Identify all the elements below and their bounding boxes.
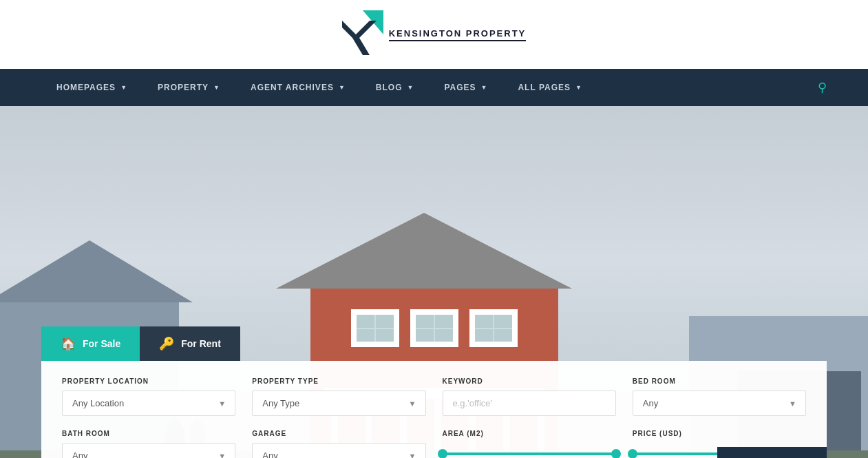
form-group-garage: GARAGE Any 1 2 3+ ▼: [252, 430, 425, 458]
nav-item-homepages[interactable]: HOMEPAGES ▼: [41, 70, 142, 105]
form-group-type: PROPERTY TYPE Any Type House Apartment V…: [252, 377, 425, 416]
logo-bar: KENSINGTON PROPERTY: [0, 0, 868, 69]
nav-label-blog: BLOG: [376, 83, 403, 92]
form-group-area: AREA (M2) 0 1,500: [443, 430, 616, 458]
tab-for-sale[interactable]: 🏠 For Sale: [41, 326, 140, 361]
label-property-type: PROPERTY TYPE: [252, 377, 425, 385]
area-slider-thumb-max[interactable]: [611, 449, 621, 458]
logo-icon: [342, 10, 383, 59]
search-button[interactable]: SEARCH: [717, 447, 827, 458]
search-tabs: 🏠 For Sale 🔑 For Rent: [41, 326, 827, 361]
chevron-down-icon: ▼: [120, 84, 127, 91]
area-slider-track: [443, 452, 616, 455]
search-btn-container: SEARCH: [717, 447, 827, 458]
search-icon[interactable]: ⚲: [818, 80, 827, 95]
property-location-select[interactable]: Any Location New York Los Angeles Chicag…: [62, 391, 235, 416]
chevron-down-icon: ▼: [339, 84, 346, 91]
svg-marker-2: [352, 21, 377, 55]
property-location-wrapper: Any Location New York Los Angeles Chicag…: [62, 391, 235, 416]
chevron-down-icon: ▼: [407, 84, 414, 91]
label-bedroom: BED ROOM: [633, 377, 806, 385]
bedroom-wrapper: Any 1 2 3 4 5+ ▼: [633, 391, 806, 416]
form-group-bedroom: BED ROOM Any 1 2 3 4 5+ ▼: [633, 377, 806, 416]
logo-container: KENSINGTON PROPERTY: [342, 10, 527, 59]
label-area: AREA (M2): [443, 430, 616, 437]
label-price: PRICE (USD): [633, 430, 806, 437]
hero-section: 🏠 For Sale 🔑 For Rent PROPERTY LOCATION …: [0, 106, 868, 458]
tab-for-sale-label: For Sale: [83, 338, 120, 349]
nav-item-all-pages[interactable]: ALL PAGES ▼: [502, 70, 597, 105]
property-type-wrapper: Any Type House Apartment Villa Studio ▼: [252, 391, 425, 416]
bathroom-select[interactable]: Any 1 2 3 4+: [62, 443, 235, 458]
keyword-input[interactable]: [443, 391, 616, 416]
nav-label-pages: PAGES: [444, 83, 476, 92]
label-bathroom: BATH ROOM: [62, 430, 235, 437]
form-group-bathroom: BATH ROOM Any 1 2 3 4+ ▼: [62, 430, 235, 458]
label-keyword: KEYWORD: [443, 377, 616, 385]
property-type-select[interactable]: Any Type House Apartment Villa Studio: [252, 391, 425, 416]
nav-item-agent-archives[interactable]: AGENT ARCHIVES ▼: [235, 70, 361, 105]
label-garage: GARAGE: [252, 430, 425, 437]
nav-items: HOMEPAGES ▼ PROPERTY ▼ AGENT ARCHIVES ▼ …: [41, 70, 818, 105]
chevron-down-icon: ▼: [213, 84, 220, 91]
tab-for-rent-label: For Rent: [181, 338, 221, 349]
form-group-location: PROPERTY LOCATION Any Location New York …: [62, 377, 235, 416]
nav-label-agent-archives: AGENT ARCHIVES: [251, 83, 334, 92]
form-group-keyword: KEYWORD: [443, 377, 616, 416]
search-form: PROPERTY LOCATION Any Location New York …: [41, 361, 827, 458]
chevron-down-icon: ▼: [575, 84, 582, 91]
garage-wrapper: Any 1 2 3+ ▼: [252, 443, 425, 458]
chevron-down-icon: ▼: [481, 84, 488, 91]
for-sale-icon: 🏠: [61, 336, 76, 351]
nav-item-property[interactable]: PROPERTY ▼: [142, 70, 235, 105]
search-overlay: 🏠 For Sale 🔑 For Rent PROPERTY LOCATION …: [41, 326, 827, 458]
nav-label-all-pages: ALL PAGES: [518, 83, 571, 92]
bathroom-wrapper: Any 1 2 3 4+ ▼: [62, 443, 235, 458]
garage-select[interactable]: Any 1 2 3+: [252, 443, 425, 458]
tab-for-rent[interactable]: 🔑 For Rent: [140, 326, 240, 361]
area-slider-thumb-min[interactable]: [438, 449, 447, 458]
label-property-location: PROPERTY LOCATION: [62, 377, 235, 385]
nav-item-pages[interactable]: PAGES ▼: [429, 70, 502, 105]
logo-brand: KENSINGTON PROPERTY: [389, 28, 527, 41]
nav-label-homepages: HOMEPAGES: [56, 83, 116, 92]
for-rent-icon: 🔑: [159, 336, 174, 351]
bedroom-select[interactable]: Any 1 2 3 4 5+: [633, 391, 806, 416]
nav-item-blog[interactable]: BLOG ▼: [361, 70, 430, 105]
price-slider-thumb-min[interactable]: [628, 449, 637, 458]
area-slider-fill: [443, 452, 616, 455]
nav-label-property: PROPERTY: [158, 83, 209, 92]
navbar: HOMEPAGES ▼ PROPERTY ▼ AGENT ARCHIVES ▼ …: [0, 69, 868, 106]
